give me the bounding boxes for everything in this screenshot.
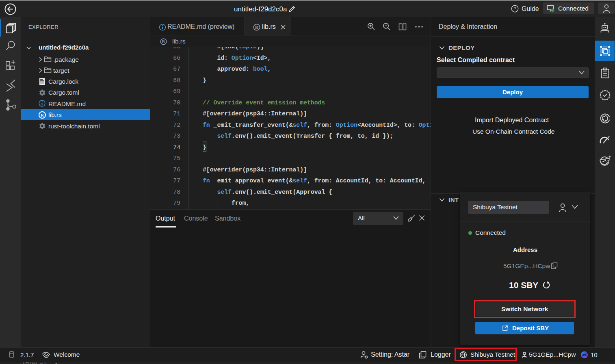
svg-text:R: R xyxy=(255,25,259,30)
svg-text:R: R xyxy=(162,39,165,44)
svg-text:?: ? xyxy=(513,6,516,11)
svg-text:R: R xyxy=(41,113,44,117)
